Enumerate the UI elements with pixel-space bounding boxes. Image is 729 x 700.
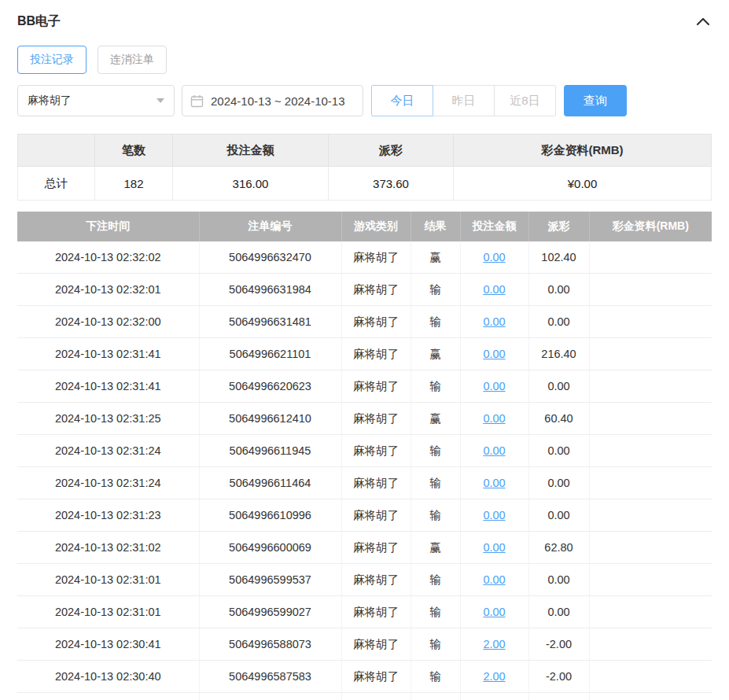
column-header-result: 结果 (411, 212, 460, 241)
bet-time: 2024-10-13 02:31:23 (17, 499, 199, 532)
result: 输 (411, 467, 460, 499)
game-type: 麻将胡了 (341, 628, 411, 661)
bet-time: 2024-10-13 02:31:01 (17, 564, 199, 596)
column-header-order-id: 注单编号 (199, 212, 341, 241)
bet-amount-link[interactable]: 0.00 (483, 573, 505, 586)
bet-amount-link[interactable]: 0.00 (483, 315, 505, 328)
payout: 0.00 (528, 499, 589, 532)
bonus (589, 435, 712, 467)
bet-time: 2024-10-13 02:31:41 (17, 338, 199, 370)
bonus (589, 661, 712, 693)
bet-amount-link[interactable]: 0.00 (483, 380, 505, 392)
filter-bar: 麻将胡了 2024-10-13 ~ 2024-10-13 今日 昨日 近8日 查… (17, 85, 712, 116)
order-id: 5064996631481 (199, 306, 341, 338)
collapse-button[interactable] (694, 15, 712, 28)
today-button[interactable]: 今日 (371, 85, 433, 116)
bet-amount-cell: 0.00 (460, 532, 528, 564)
bet-amount-cell: 0.00 (460, 370, 528, 403)
order-id: 5064996611945 (199, 435, 341, 467)
payout: 0.00 (528, 596, 589, 628)
total-label: 总计 (18, 167, 95, 201)
game-type: 麻将胡了 (341, 693, 411, 700)
game-type: 麻将胡了 (341, 596, 411, 628)
bet-amount-cell: 2.00 (460, 661, 528, 693)
tab-canceled-orders[interactable]: 连消注单 (98, 46, 167, 74)
bet-amount-link[interactable]: 0.00 (483, 606, 505, 618)
bet-amount-link[interactable]: 0.00 (483, 348, 505, 360)
bet-amount-cell: 0.00 (460, 596, 528, 628)
bet-amount-cell: 0.00 (460, 435, 528, 467)
records-body: 2024-10-13 02:32:02 5064996632470 麻将胡了 赢… (17, 241, 712, 700)
game-type: 麻将胡了 (341, 403, 411, 435)
bet-amount-cell: 0.00 (460, 403, 528, 435)
order-id: 5064996583818 (199, 693, 341, 700)
summary-header-row: 笔数 投注金额 派彩 彩金资料(RMB) (18, 134, 712, 167)
last-8-days-button[interactable]: 近8日 (494, 85, 556, 116)
bet-amount-link[interactable]: 0.00 (483, 251, 505, 263)
bet-amount-link[interactable]: 2.00 (483, 638, 505, 650)
bonus (589, 499, 712, 532)
bet-amount-link[interactable]: 2.00 (483, 670, 505, 683)
column-header-bet-amount: 投注金额 (460, 212, 528, 241)
bet-amount-link[interactable]: 0.00 (483, 283, 505, 296)
yesterday-button[interactable]: 昨日 (433, 85, 495, 116)
bet-amount-link[interactable]: 0.00 (483, 477, 505, 489)
table-row: 2024-10-13 02:31:25 5064996612410 麻将胡了 赢… (17, 403, 712, 435)
order-id: 5064996632470 (199, 241, 341, 274)
bonus (589, 467, 712, 499)
total-payout: 373.60 (329, 167, 454, 201)
bet-amount-link[interactable]: 0.00 (483, 412, 505, 425)
game-type: 麻将胡了 (341, 274, 411, 306)
payout: 0.00 (528, 564, 589, 596)
bet-time: 2024-10-13 02:31:24 (17, 435, 199, 467)
tab-betting-records[interactable]: 投注记录 (17, 46, 87, 74)
total-bonus: ¥0.00 (454, 167, 712, 201)
game-type: 麻将胡了 (341, 338, 411, 370)
game-type-select[interactable]: 麻将胡了 (17, 85, 175, 116)
date-range-input[interactable]: 2024-10-13 ~ 2024-10-13 (182, 85, 363, 116)
bet-time: 2024-10-13 02:32:01 (17, 274, 199, 306)
summary-table: 笔数 投注金额 派彩 彩金资料(RMB) 总计 182 316.00 373.6… (17, 134, 712, 201)
payout: 102.40 (528, 241, 589, 274)
order-id: 5064996600069 (199, 532, 341, 564)
bonus (589, 596, 712, 628)
table-row: 2024-10-13 02:31:23 5064996610996 麻将胡了 输… (17, 499, 712, 532)
summary-header-bonus: 彩金资料(RMB) (454, 134, 712, 167)
game-type-select-value: 麻将胡了 (28, 94, 72, 108)
bet-time: 2024-10-13 02:32:00 (17, 306, 199, 338)
bet-time: 2024-10-13 02:31:25 (17, 403, 199, 435)
bet-amount-cell: 0.00 (460, 338, 528, 370)
bonus (589, 306, 712, 338)
bonus (589, 403, 712, 435)
column-header-game-type: 游戏类别 (341, 212, 411, 241)
table-row: 2024-10-13 02:30:33 5064996583818 麻将胡了 赢… (17, 693, 712, 700)
payout: 0.00 (528, 274, 589, 306)
bet-time: 2024-10-13 02:30:33 (17, 693, 199, 700)
payout: 0.00 (528, 370, 589, 403)
bet-amount-cell: 2.00 (460, 628, 528, 661)
bonus (589, 564, 712, 596)
result: 输 (411, 370, 460, 403)
bet-amount-cell: 0.00 (460, 467, 528, 499)
table-row: 2024-10-13 02:30:41 5064996588073 麻将胡了 输… (17, 628, 712, 661)
summary-header-bet-amount: 投注金额 (173, 134, 329, 167)
game-type: 麻将胡了 (341, 532, 411, 564)
bet-time: 2024-10-13 02:31:24 (17, 467, 199, 499)
order-id: 5064996610996 (199, 499, 341, 532)
chevron-down-icon (156, 98, 164, 103)
result: 输 (411, 274, 460, 306)
bet-amount-cell: 0.00 (460, 274, 528, 306)
bet-amount-link[interactable]: 0.00 (483, 509, 505, 521)
payout: 0.00 (528, 467, 589, 499)
game-type: 麻将胡了 (341, 241, 411, 274)
bet-amount-link[interactable]: 0.00 (483, 444, 505, 457)
search-button[interactable]: 查询 (564, 85, 627, 116)
result: 输 (411, 564, 460, 596)
bet-amount-link[interactable]: 0.00 (483, 541, 505, 554)
result: 输 (411, 628, 460, 661)
bonus (589, 241, 712, 274)
table-row: 2024-10-13 02:31:01 5064996599537 麻将胡了 输… (17, 564, 712, 596)
chevron-up-icon (696, 17, 710, 26)
table-row: 2024-10-13 02:31:02 5064996600069 麻将胡了 赢… (17, 532, 712, 564)
summary-header-count: 笔数 (95, 134, 173, 167)
